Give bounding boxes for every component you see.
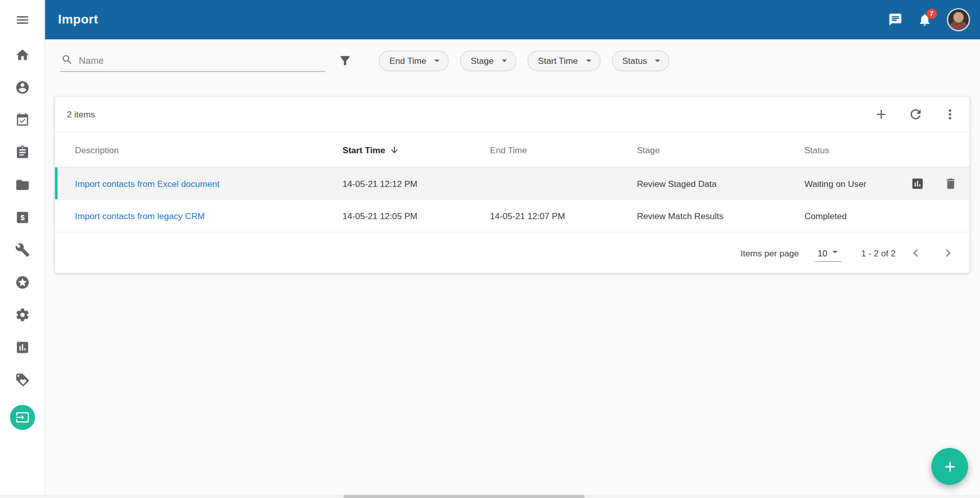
filter-button[interactable] xyxy=(338,54,352,67)
table-row[interactable]: Import contacts from legacy CRM 14-05-21… xyxy=(55,200,970,232)
chip-label: Status xyxy=(622,56,647,66)
sidebar-item-reports[interactable] xyxy=(15,340,30,354)
search-input[interactable] xyxy=(79,55,324,65)
table-row[interactable]: Import contacts from Excel document 14-0… xyxy=(55,168,970,200)
page-title: Import xyxy=(58,12,98,27)
fab-add-button[interactable] xyxy=(931,448,968,485)
notifications-button[interactable]: 7 xyxy=(918,12,932,27)
horizontal-scrollbar[interactable] xyxy=(0,495,980,498)
add-import-button[interactable] xyxy=(874,107,889,122)
pagination-range: 1 - 2 of 2 xyxy=(861,248,896,258)
bar-chart-icon xyxy=(15,340,30,354)
refresh-button[interactable] xyxy=(908,107,923,122)
sort-arrow-icon xyxy=(390,145,400,155)
items-count: 2 items xyxy=(67,109,95,120)
cell-start-time: 14-05-21 12:05 PM xyxy=(343,211,490,221)
filters-bar: End Time Stage Start Time Status xyxy=(60,48,967,74)
chip-label: End Time xyxy=(389,56,426,66)
cell-end-time: 14-05-21 12:07 PM xyxy=(490,211,637,221)
sidebar-item-billing[interactable]: $ xyxy=(15,210,30,225)
plus-icon xyxy=(942,458,958,475)
topbar-actions: 7 xyxy=(888,8,970,31)
viewport: $ Import xyxy=(0,0,980,498)
column-label: Start Time xyxy=(343,145,385,155)
chevron-down-icon xyxy=(582,54,594,66)
filter-chip-status[interactable]: Status xyxy=(612,50,670,70)
wrench-icon xyxy=(15,243,30,257)
account-circle-icon xyxy=(15,80,30,95)
sidebar-item-documents[interactable] xyxy=(15,177,30,192)
column-description[interactable]: Description xyxy=(75,145,343,155)
chat-button[interactable] xyxy=(888,12,902,27)
chevron-down-icon xyxy=(498,54,510,66)
page-size-select[interactable]: 10 xyxy=(815,244,841,262)
filter-chips: End Time Stage Start Time Status xyxy=(379,50,670,70)
filter-chip-start-time[interactable]: Start Time xyxy=(528,50,601,70)
column-status[interactable]: Status xyxy=(804,145,899,155)
row-delete-button[interactable] xyxy=(944,177,958,191)
app-window: $ Import xyxy=(0,0,980,498)
content-area: End Time Stage Start Time Status xyxy=(44,39,980,498)
search-box xyxy=(60,50,325,72)
import-icon xyxy=(15,411,29,424)
card-toolbar-actions xyxy=(874,107,958,122)
filter-chip-end-time[interactable]: End Time xyxy=(379,50,449,70)
cell-description: Import contacts from legacy CRM xyxy=(75,211,343,221)
bar-chart-icon xyxy=(911,177,924,191)
avatar[interactable] xyxy=(947,8,970,31)
cell-description: Import contacts from Excel document xyxy=(75,178,343,188)
results-card: 2 items Description Start Time xyxy=(55,97,970,273)
row-report-button[interactable] xyxy=(911,177,924,191)
cell-status: Waiting on User xyxy=(804,178,899,188)
menu-icon xyxy=(15,12,30,27)
sidebar-item-calendar[interactable] xyxy=(15,112,30,127)
refresh-icon xyxy=(908,107,923,122)
sidebar-item-home[interactable] xyxy=(15,48,30,62)
import-active-circle xyxy=(10,405,35,430)
sidebar-item-tools[interactable] xyxy=(15,243,30,257)
card-toolbar: 2 items xyxy=(55,97,970,133)
column-end-time[interactable]: End Time xyxy=(490,145,637,155)
chevron-down-icon xyxy=(431,54,443,66)
page-size-value: 10 xyxy=(818,248,827,258)
filter-funnel-icon xyxy=(338,54,352,67)
chip-label: Stage xyxy=(471,56,494,66)
cell-stage: Review Match Results xyxy=(637,211,804,221)
next-page-button[interactable] xyxy=(941,246,955,260)
table-header: Description Start Time End Time Stage St… xyxy=(55,132,970,168)
notification-badge: 7 xyxy=(926,9,937,19)
row-description-link[interactable]: Import contacts from Excel document xyxy=(75,178,220,188)
menu-slot xyxy=(0,0,44,39)
home-icon xyxy=(15,48,30,62)
sidebar-menu-button[interactable] xyxy=(15,12,30,27)
sidebar: $ xyxy=(0,0,45,498)
search-icon xyxy=(61,54,73,65)
chevron-right-icon xyxy=(941,246,955,260)
row-description-link[interactable]: Import contacts from legacy CRM xyxy=(75,211,205,221)
more-options-button[interactable] xyxy=(943,107,958,122)
filter-chip-stage[interactable]: Stage xyxy=(460,50,516,70)
chat-icon xyxy=(888,12,902,27)
sidebar-item-settings[interactable] xyxy=(15,307,30,322)
sidebar-item-tasks[interactable] xyxy=(15,145,30,160)
gear-icon xyxy=(15,307,30,322)
scrollbar-thumb[interactable] xyxy=(344,495,584,498)
sidebar-item-contacts[interactable] xyxy=(15,80,30,95)
sidebar-item-favorites[interactable] xyxy=(15,275,30,290)
column-stage[interactable]: Stage xyxy=(637,145,804,155)
folder-icon xyxy=(15,177,30,192)
previous-page-button[interactable] xyxy=(908,246,923,260)
topbar: Import 7 xyxy=(44,0,980,39)
dollar-square-icon: $ xyxy=(15,210,30,225)
items-per-page-label: Items per page xyxy=(740,248,799,258)
star-circle-icon xyxy=(15,275,30,290)
sidebar-nav: $ xyxy=(10,39,35,430)
chevron-left-icon xyxy=(908,246,923,260)
kebab-icon xyxy=(943,107,958,122)
sidebar-item-tags[interactable] xyxy=(15,372,30,387)
column-start-time[interactable]: Start Time xyxy=(343,145,490,155)
chevron-down-icon xyxy=(652,54,664,66)
sidebar-item-import[interactable] xyxy=(10,405,35,430)
cell-stage: Review Staged Data xyxy=(637,178,804,188)
plus-icon xyxy=(874,107,889,122)
